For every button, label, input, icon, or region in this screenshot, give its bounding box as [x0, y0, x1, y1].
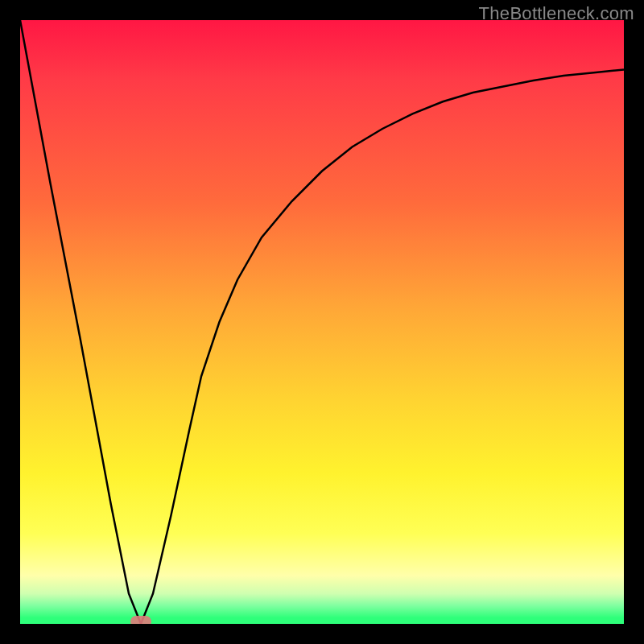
plot-area: [20, 20, 624, 624]
watermark-text: TheBottleneck.com: [479, 3, 634, 24]
optimum-marker: [130, 616, 151, 624]
bottleneck-curve-path: [20, 20, 624, 624]
chart-frame: TheBottleneck.com: [0, 0, 644, 644]
bottleneck-curve-svg: [20, 20, 624, 624]
